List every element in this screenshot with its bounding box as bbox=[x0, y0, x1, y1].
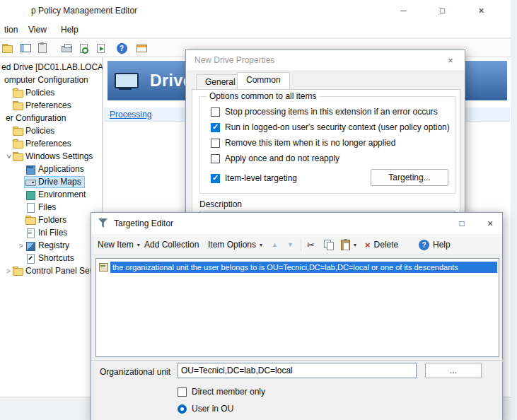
move-up-button[interactable]: ▲ bbox=[268, 237, 281, 252]
checkbox[interactable] bbox=[211, 123, 220, 132]
folder-icon bbox=[13, 267, 23, 276]
tree-item-preferences-computer[interactable]: Preferences bbox=[0, 99, 103, 112]
radio-button[interactable] bbox=[178, 404, 187, 414]
tree-item-user-configuration[interactable]: er Configuration bbox=[0, 112, 103, 124]
checkbox[interactable] bbox=[211, 154, 220, 163]
add-collection-label: Add Collection bbox=[144, 240, 199, 250]
menu-action[interactable]: tion bbox=[0, 23, 22, 36]
tree-item-ini-files[interactable]: Ini Files bbox=[0, 226, 103, 239]
help-icon[interactable]: ? bbox=[115, 41, 129, 55]
checkbox[interactable] bbox=[211, 139, 220, 148]
tree-item-root[interactable]: ed Drive [DC01.LAB.LOCA bbox=[0, 61, 103, 74]
move-down-button[interactable]: ▼ bbox=[284, 237, 297, 252]
environment-icon bbox=[25, 190, 35, 199]
option-label: Stop processing items in this extension … bbox=[225, 107, 438, 117]
menu-help[interactable]: Help bbox=[57, 23, 83, 36]
up-arrow-icon: ▲ bbox=[272, 241, 278, 248]
option-apply-once[interactable]: Apply once and do not reapply bbox=[211, 153, 339, 163]
tree-item-label: Preferences bbox=[25, 100, 71, 110]
copy-icon bbox=[324, 240, 335, 250]
menu-view[interactable]: View bbox=[24, 23, 51, 36]
tree-item-label: ed Drive [DC01.LAB.LOCA bbox=[1, 62, 103, 72]
funnel-icon bbox=[98, 218, 108, 228]
targeting-button[interactable]: Targeting... bbox=[371, 169, 448, 186]
org-unit-input[interactable] bbox=[178, 363, 417, 378]
option-remove-when-not-applied[interactable]: Remove this item when it is no longer ap… bbox=[211, 138, 395, 148]
folder-icon bbox=[2, 44, 12, 53]
close-button[interactable]: × bbox=[465, 0, 497, 21]
tree-item-computer-configuration[interactable]: omputer Configuration bbox=[0, 74, 103, 86]
tree-item-registry[interactable]: >Registry bbox=[0, 239, 103, 252]
tree-item-preferences-user[interactable]: Preferences bbox=[0, 137, 103, 150]
close-button[interactable]: × bbox=[477, 213, 504, 234]
targeting-toolbar: New Item▾ Add Collection Item Options▾ ▲… bbox=[91, 234, 502, 255]
drive-properties-titlebar: New Drive Properties × bbox=[186, 50, 465, 70]
dialog-title: Targeting Editor bbox=[114, 218, 173, 228]
chevron-collapsed-icon[interactable]: > bbox=[4, 267, 13, 275]
tree-item-shortcuts[interactable]: Shortcuts bbox=[0, 252, 103, 264]
option-run-in-user-context[interactable]: Run in logged-on user's security context… bbox=[211, 122, 450, 132]
printer-icon[interactable] bbox=[59, 41, 74, 55]
tree-item-folders[interactable]: Folders bbox=[0, 214, 103, 226]
help-label: Help bbox=[433, 240, 451, 250]
tree-item-policies-computer[interactable]: Policies bbox=[0, 86, 103, 99]
shortcuts-icon bbox=[25, 254, 35, 263]
tree-item-policies-user[interactable]: Policies bbox=[0, 124, 103, 137]
maximize-button[interactable]: □ bbox=[426, 0, 458, 21]
paste-button[interactable]: ▾ bbox=[337, 237, 360, 252]
checkbox[interactable] bbox=[211, 107, 220, 117]
chevron-collapsed-icon[interactable]: > bbox=[17, 242, 25, 250]
add-collection-button[interactable]: Add Collection bbox=[141, 237, 202, 252]
direct-member-option[interactable]: Direct member only bbox=[178, 387, 265, 397]
nav-folder-icon[interactable] bbox=[1, 41, 16, 55]
new-item-button[interactable]: New Item▾ bbox=[94, 237, 144, 252]
folder-icon bbox=[13, 127, 23, 136]
minimize-button[interactable]: ─ bbox=[388, 0, 419, 21]
cut-button[interactable]: ✂ bbox=[303, 237, 318, 252]
tree-item-label: Environment bbox=[38, 189, 86, 199]
maximize-button[interactable]: □ bbox=[447, 213, 477, 234]
option-label: Apply once and do not reapply bbox=[225, 153, 339, 163]
browse-button[interactable]: ... bbox=[425, 363, 482, 378]
chevron-expanded-icon[interactable]: > bbox=[5, 152, 13, 161]
close-button[interactable]: × bbox=[436, 50, 465, 70]
tree-item-windows-settings[interactable]: >Windows Settings bbox=[0, 150, 103, 163]
export-doc-icon bbox=[97, 44, 105, 53]
checkbox[interactable] bbox=[178, 387, 187, 397]
item-options-button[interactable]: Item Options▾ bbox=[204, 237, 266, 252]
table-icon[interactable] bbox=[134, 41, 149, 55]
main-titlebar: p Policy Management Editor ─ □ × bbox=[0, 0, 511, 21]
drive-properties-dialog: New Drive Properties × General Common Op… bbox=[185, 49, 465, 233]
close-icon: × bbox=[478, 5, 484, 16]
checkbox[interactable] bbox=[211, 174, 220, 183]
copy-button[interactable] bbox=[320, 237, 338, 252]
tree-item-drive-maps[interactable]: Drive Maps bbox=[0, 175, 103, 188]
folder-icon bbox=[13, 88, 23, 98]
tab-common[interactable]: Common bbox=[237, 72, 290, 89]
console-tree-icon[interactable] bbox=[18, 41, 33, 55]
tree-item-files[interactable]: Files bbox=[0, 201, 103, 214]
option-stop-processing[interactable]: Stop processing items in this extension … bbox=[211, 107, 438, 117]
user-in-ou-label: User in OU bbox=[192, 404, 233, 414]
option-item-level-targeting[interactable]: Item-level targeting bbox=[211, 173, 297, 183]
help-button[interactable]: ?Help bbox=[415, 237, 454, 252]
targeting-editor-titlebar: Targeting Editor □ × bbox=[91, 213, 502, 234]
targeting-rule-list[interactable]: the organizational unit the user belongs… bbox=[95, 258, 499, 357]
tree-item-control-panel-settings[interactable]: >Control Panel Sett bbox=[0, 264, 103, 277]
tab-page-common: Options common to all items Stop process… bbox=[192, 89, 460, 231]
tree-item-environment[interactable]: Environment bbox=[0, 188, 103, 201]
targeting-editor-dialog: Targeting Editor □ × New Item▾ Add Colle… bbox=[91, 212, 503, 420]
delete-label: Delete bbox=[374, 240, 399, 250]
delete-button[interactable]: ×Delete bbox=[361, 237, 402, 252]
targeting-rule-row[interactable]: the organizational unit the user belongs… bbox=[98, 261, 497, 273]
option-label: Remove this item when it is no longer ap… bbox=[225, 138, 395, 148]
preview-icon[interactable] bbox=[76, 41, 91, 55]
export-icon[interactable] bbox=[93, 41, 108, 55]
user-in-ou-option[interactable]: User in OU bbox=[178, 404, 233, 414]
tree-item-label: Policies bbox=[25, 126, 54, 136]
tree-item-applications[interactable]: Applications bbox=[0, 163, 103, 175]
processing-link[interactable]: Processing bbox=[110, 110, 151, 119]
clipboard-icon[interactable] bbox=[35, 41, 50, 55]
tree-item-label: Preferences bbox=[25, 139, 71, 148]
caret-down-icon: ▾ bbox=[137, 242, 140, 248]
